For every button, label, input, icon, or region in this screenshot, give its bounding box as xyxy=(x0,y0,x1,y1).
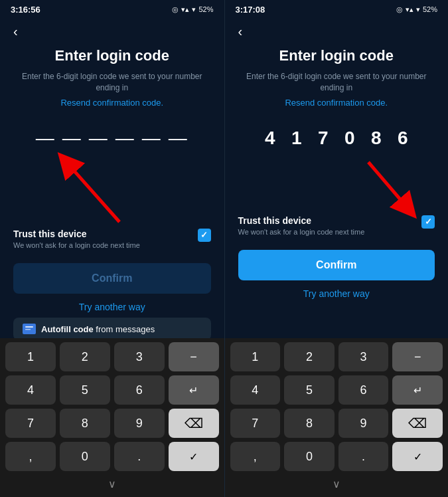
left-red-arrow xyxy=(53,149,133,229)
right-trust-checkbox[interactable] xyxy=(421,215,435,229)
right-key-row-4: , 0 . ✓ xyxy=(230,442,443,471)
right-key-dot[interactable]: . xyxy=(338,442,389,471)
left-key-0[interactable]: 0 xyxy=(60,442,110,471)
right-key-1[interactable]: 1 xyxy=(230,342,281,371)
right-key-6[interactable]: 6 xyxy=(338,375,389,405)
right-key-5[interactable]: 5 xyxy=(284,375,335,405)
left-key-dot[interactable]: . xyxy=(114,442,165,471)
right-resend-link[interactable]: Resend confirmation code. xyxy=(238,98,435,108)
left-key-5[interactable]: 5 xyxy=(60,375,110,405)
right-keyboard: 1 2 3 − 4 5 6 ↵ 7 8 9 ⌫ , 0 . ✓ ∨ xyxy=(225,338,449,497)
left-whatsapp-icon: ◎ xyxy=(172,5,179,14)
left-code-d3: — xyxy=(89,128,109,149)
svg-line-6 xyxy=(368,162,408,209)
right-key-4[interactable]: 4 xyxy=(230,375,281,405)
left-key-4[interactable]: 4 xyxy=(5,375,56,405)
right-key-2[interactable]: 2 xyxy=(284,342,335,371)
right-key-minus[interactable]: − xyxy=(392,342,443,371)
right-red-arrow xyxy=(355,155,421,222)
right-spacer xyxy=(238,169,435,209)
left-code-d6: — xyxy=(169,128,188,149)
left-screen-title: Enter login code xyxy=(13,47,211,64)
left-status-time: 3:16:56 xyxy=(11,5,40,15)
left-trust-text: Trust this device We won't ask for a log… xyxy=(13,229,191,250)
left-key-6[interactable]: 6 xyxy=(114,375,165,405)
left-key-check[interactable]: ✓ xyxy=(169,442,219,471)
left-key-1[interactable]: 1 xyxy=(5,342,56,371)
right-code-display: 4 1 7 0 8 6 xyxy=(238,121,435,155)
right-content: ‹ Enter login code Enter the 6-digit log… xyxy=(225,19,449,338)
right-code-d4: 0 xyxy=(340,128,360,149)
right-key-0[interactable]: 0 xyxy=(284,442,335,471)
right-key-row-3: 7 8 9 ⌫ xyxy=(230,409,443,438)
right-key-3[interactable]: 3 xyxy=(338,342,389,371)
left-trust-title: Trust this device xyxy=(13,229,191,239)
left-resend-link[interactable]: Resend confirmation code. xyxy=(13,98,211,108)
right-key-7[interactable]: 7 xyxy=(230,409,281,438)
right-key-8[interactable]: 8 xyxy=(284,409,335,438)
right-key-9[interactable]: 9 xyxy=(338,409,389,438)
left-try-another-link[interactable]: Try another way xyxy=(13,302,211,312)
right-screen-subtitle: Enter the 6-digit login code we sent to … xyxy=(238,71,435,94)
left-battery-icon: 52% xyxy=(198,5,213,13)
left-key-backspace[interactable]: ⌫ xyxy=(169,409,219,438)
left-autofill-rest: from messages xyxy=(94,324,155,334)
right-whatsapp-icon: ◎ xyxy=(396,5,403,14)
left-key-row-4: , 0 . ✓ xyxy=(5,442,219,471)
left-back-button[interactable]: ‹ xyxy=(13,19,18,45)
left-key-comma[interactable]: , xyxy=(5,442,56,471)
left-autofill-text: Autofill code from messages xyxy=(41,323,155,335)
svg-rect-3 xyxy=(25,326,33,328)
left-autofill-icon xyxy=(23,324,36,334)
left-screen-subtitle: Enter the 6-digit login code we sent to … xyxy=(13,71,211,94)
left-trust-checkbox[interactable] xyxy=(198,229,211,242)
right-key-row-1: 1 2 3 − xyxy=(230,342,443,371)
right-confirm-button[interactable]: Confirm xyxy=(238,250,435,280)
left-key-row-2: 4 5 6 ↵ xyxy=(5,375,219,405)
left-code-d5: — xyxy=(142,128,162,149)
left-key-return[interactable]: ↵ xyxy=(169,375,219,405)
left-confirm-button[interactable]: Confirm xyxy=(13,263,211,294)
left-key-row-1: 1 2 3 − xyxy=(5,342,219,371)
right-code-d5: 8 xyxy=(366,128,386,149)
left-trust-subtitle: We won't ask for a login code next time xyxy=(13,241,191,250)
right-back-button[interactable]: ‹ xyxy=(238,19,243,45)
left-autofill-bar[interactable]: Autofill code from messages xyxy=(13,318,211,338)
right-wifi-icon: ▾ xyxy=(416,5,420,14)
left-autofill-bold: Autofill code xyxy=(41,324,94,334)
right-key-backspace[interactable]: ⌫ xyxy=(392,409,443,438)
right-signal-icon: ▾▴ xyxy=(406,5,413,14)
right-key-check[interactable]: ✓ xyxy=(392,442,443,471)
right-battery-icon: 52% xyxy=(423,5,437,13)
right-phone-panel: 3:17:08 ◎ ▾▴ ▾ 52% ‹ Enter login code En… xyxy=(224,0,449,497)
left-status-bar: 3:16:56 ◎ ▾▴ ▾ 52% xyxy=(0,0,224,19)
left-status-icons: ◎ ▾▴ ▾ 52% xyxy=(172,5,213,14)
right-trust-subtitle: We won't ask for a login code next time xyxy=(238,227,415,237)
right-status-bar: 3:17:08 ◎ ▾▴ ▾ 52% xyxy=(225,0,449,19)
left-key-row-3: 7 8 9 ⌫ xyxy=(5,409,219,438)
right-keyboard-collapse[interactable]: ∨ xyxy=(230,475,443,493)
right-code-d3: 7 xyxy=(313,128,333,149)
right-key-comma[interactable]: , xyxy=(230,442,281,471)
left-code-d2: — xyxy=(62,128,82,149)
left-phone-panel: 3:16:56 ◎ ▾▴ ▾ 52% ‹ Enter login code En… xyxy=(0,0,224,497)
left-code-d1: — xyxy=(36,128,56,149)
svg-line-1 xyxy=(66,162,119,222)
left-keyboard: 1 2 3 − 4 5 6 ↵ 7 8 9 ⌫ , 0 . ✓ ∨ xyxy=(0,338,224,497)
left-key-9[interactable]: 9 xyxy=(114,409,165,438)
left-wifi-icon: ▾ xyxy=(192,5,196,14)
right-try-another-link[interactable]: Try another way xyxy=(238,288,435,299)
right-code-d1: 4 xyxy=(260,128,280,149)
svg-rect-4 xyxy=(25,329,31,330)
right-key-row-2: 4 5 6 ↵ xyxy=(230,375,443,405)
left-key-2[interactable]: 2 xyxy=(60,342,110,371)
right-key-return[interactable]: ↵ xyxy=(392,375,443,405)
right-status-icons: ◎ ▾▴ ▾ 52% xyxy=(396,5,437,14)
left-key-minus[interactable]: − xyxy=(169,342,219,371)
left-signal-icon: ▾▴ xyxy=(181,5,189,14)
left-key-8[interactable]: 8 xyxy=(60,409,110,438)
left-key-7[interactable]: 7 xyxy=(5,409,56,438)
left-content: ‹ Enter login code Enter the 6-digit log… xyxy=(0,19,224,338)
left-keyboard-collapse[interactable]: ∨ xyxy=(5,475,219,493)
left-key-3[interactable]: 3 xyxy=(114,342,165,371)
